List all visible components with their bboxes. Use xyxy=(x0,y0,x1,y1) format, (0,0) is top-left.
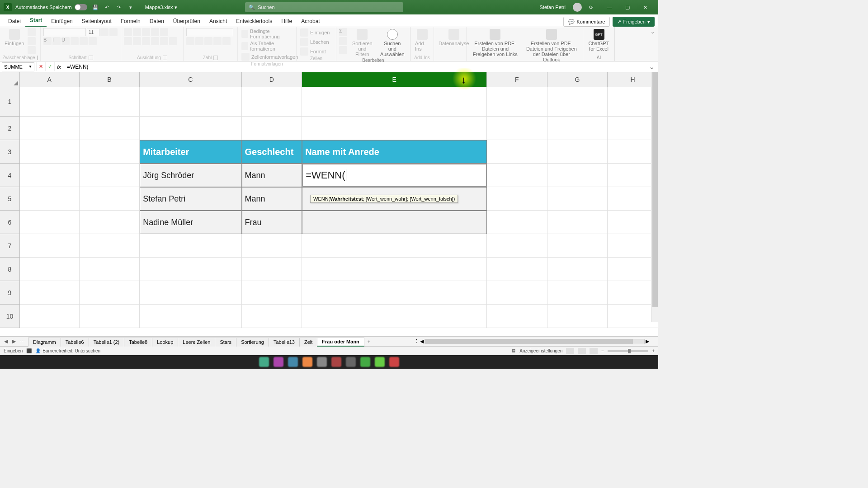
cell[interactable] xyxy=(140,258,241,281)
cell[interactable] xyxy=(547,140,608,164)
bold-icon[interactable]: B xyxy=(43,37,52,45)
task-icon[interactable] xyxy=(317,357,327,367)
cell-styles-button[interactable]: Zellenformatvorlagen xyxy=(241,52,299,61)
number-launcher-icon[interactable] xyxy=(213,56,218,60)
cell[interactable] xyxy=(140,117,241,140)
format-as-table-button[interactable]: Als Tabelle formatieren xyxy=(241,40,293,52)
indent-inc-icon[interactable] xyxy=(160,37,168,45)
cell[interactable] xyxy=(80,164,140,187)
col-header-g[interactable]: G xyxy=(547,72,608,87)
comments-button[interactable]: 💬 Kommentare xyxy=(563,17,610,27)
minimize-button[interactable]: — xyxy=(600,0,618,14)
table-header-mitarbeiter[interactable]: Mitarbeiter xyxy=(140,140,241,164)
cell[interactable] xyxy=(547,234,608,258)
qat-customize-icon[interactable]: ▾ xyxy=(127,4,134,11)
sheet-tab[interactable]: Tabelle1 (2) xyxy=(89,338,124,347)
col-header-e[interactable]: E xyxy=(302,72,487,87)
row-header[interactable]: 2 xyxy=(0,117,20,140)
indent-dec-icon[interactable] xyxy=(151,37,159,45)
cell[interactable] xyxy=(547,305,608,328)
cell[interactable] xyxy=(547,164,608,187)
font-name-input[interactable] xyxy=(43,28,86,36)
cell-d6[interactable]: Frau xyxy=(242,211,302,234)
col-header-a[interactable]: A xyxy=(20,72,80,87)
status-accessibility[interactable]: Barrierefreiheit: Untersuchen xyxy=(42,348,100,353)
cell[interactable] xyxy=(547,87,608,117)
tab-einfuegen[interactable]: Einfügen xyxy=(47,15,77,27)
cell[interactable] xyxy=(302,281,487,305)
cell[interactable] xyxy=(487,305,547,328)
cell[interactable] xyxy=(80,87,140,117)
tab-ansicht[interactable]: Ansicht xyxy=(205,15,231,27)
task-icon[interactable] xyxy=(302,357,312,367)
increase-font-icon[interactable] xyxy=(100,28,108,36)
close-button[interactable]: ✕ xyxy=(637,0,655,14)
tab-formeln[interactable]: Formeln xyxy=(116,15,145,27)
cell[interactable] xyxy=(547,258,608,281)
tab-datei[interactable]: Datei xyxy=(4,15,25,27)
chatgpt-button[interactable]: GPTChatGPT for Excel xyxy=(586,28,612,52)
cell[interactable] xyxy=(80,187,140,211)
cell-d5[interactable]: Mann xyxy=(242,187,302,211)
delete-cells-button[interactable]: Löschen xyxy=(299,38,330,47)
save-icon[interactable]: 💾 xyxy=(92,4,99,11)
col-header-c[interactable]: C xyxy=(140,72,241,87)
currency-icon[interactable] xyxy=(186,37,194,45)
underline-icon[interactable]: U xyxy=(61,37,70,45)
cell[interactable] xyxy=(140,234,241,258)
insert-function-icon[interactable]: fx xyxy=(54,62,63,71)
align-launcher-icon[interactable] xyxy=(163,56,167,60)
font-launcher-icon[interactable] xyxy=(89,56,93,60)
row-header[interactable]: 4 xyxy=(0,164,20,187)
cell[interactable] xyxy=(80,117,140,140)
cell-c4[interactable]: Jörg Schröder xyxy=(140,164,241,187)
tab-seitenlayout[interactable]: Seitenlayout xyxy=(77,15,116,27)
align-left-icon[interactable] xyxy=(124,37,132,45)
tab-ueberpruefen[interactable]: Überprüfen xyxy=(169,15,205,27)
cell[interactable] xyxy=(80,234,140,258)
cell[interactable] xyxy=(242,258,302,281)
data-analysis-button[interactable]: Datenanalyse xyxy=(437,28,471,47)
autosum-icon[interactable]: Σ xyxy=(339,28,347,36)
row-header[interactable]: 1 xyxy=(0,87,20,117)
zoom-in-icon[interactable]: + xyxy=(652,348,655,353)
sheet-tab[interactable]: Tabelle13 xyxy=(269,338,300,347)
cell[interactable] xyxy=(20,140,80,164)
avatar[interactable] xyxy=(573,3,582,12)
task-icon[interactable] xyxy=(288,357,298,367)
cell[interactable] xyxy=(302,234,487,258)
pdf-link-button[interactable]: Erstellen von PDF-Dateien und Freigeben … xyxy=(469,28,521,58)
sheet-tab[interactable]: Lookup xyxy=(152,338,178,347)
tab-hilfe[interactable]: Hilfe xyxy=(277,15,297,27)
add-sheet-button[interactable]: + xyxy=(364,339,374,344)
col-header-b[interactable]: B xyxy=(80,72,140,87)
table-header-geschlecht[interactable]: Geschlecht xyxy=(242,140,302,164)
orientation-icon[interactable] xyxy=(151,28,159,36)
format-cells-button[interactable]: Format xyxy=(299,47,327,56)
clipboard-launcher-icon[interactable] xyxy=(37,56,38,60)
font-size-input[interactable] xyxy=(87,28,99,36)
tab-start[interactable]: Start xyxy=(25,14,47,27)
sheet-tab[interactable]: Tabelle8 xyxy=(124,338,152,347)
cell[interactable] xyxy=(547,117,608,140)
cell[interactable] xyxy=(487,234,547,258)
sheet-tab[interactable]: Tabelle6 xyxy=(61,338,89,347)
sync-icon[interactable]: ⟳ xyxy=(589,5,593,10)
percent-icon[interactable] xyxy=(195,37,203,45)
ribbon-collapse-icon[interactable]: ⌄ xyxy=(647,27,658,61)
zoom-slider[interactable] xyxy=(608,350,648,352)
row-header[interactable]: 6 xyxy=(0,211,20,234)
function-tooltip[interactable]: WENN(Wahrheitstest; [Wert_wenn_wahr]; [W… xyxy=(310,195,458,203)
undo-icon[interactable]: ↶ xyxy=(104,4,111,11)
view-normal-icon[interactable] xyxy=(566,348,574,354)
dec-decimal-icon[interactable] xyxy=(222,37,231,45)
cell[interactable] xyxy=(80,211,140,234)
cell[interactable] xyxy=(20,258,80,281)
decrease-font-icon[interactable] xyxy=(109,28,118,36)
sheet-more-icon[interactable]: ⋯ xyxy=(19,338,25,345)
cell[interactable] xyxy=(20,234,80,258)
cell[interactable] xyxy=(302,305,487,328)
sheet-prev-icon[interactable]: ◀ xyxy=(3,338,9,345)
align-top-icon[interactable] xyxy=(124,28,132,36)
formula-input[interactable] xyxy=(65,62,645,71)
